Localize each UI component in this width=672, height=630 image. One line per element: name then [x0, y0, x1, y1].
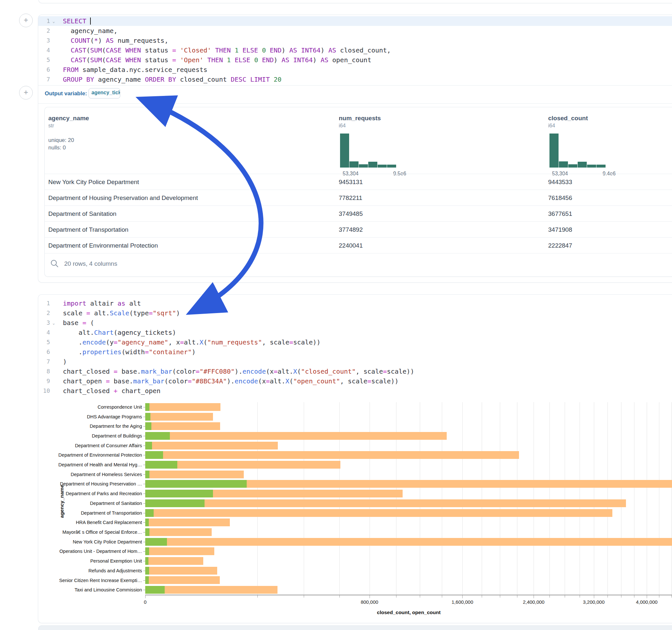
output-variable-pill[interactable]: agency_tickets — [89, 88, 120, 98]
y-axis-label: Correspondence Unit — [98, 405, 142, 410]
line-number: 4 — [38, 328, 57, 337]
fold-chevron-icon: ⌄ — [52, 17, 55, 26]
code-line[interactable]: 4 alt.Chart(agency_tickets) — [38, 328, 672, 337]
code-line[interactable]: 2 scale = alt.Scale(type="sqrt") — [38, 308, 672, 318]
x-tick-label: 1,600,000 — [452, 599, 473, 605]
histogram-bar — [549, 134, 558, 168]
text-cursor — [90, 18, 91, 25]
table-cell: 7618456 — [548, 190, 572, 206]
table-cell: 3471908 — [548, 222, 572, 238]
y-axis-label: Refunds and Adjustments — [89, 568, 142, 573]
column-histogram: 53,304 9.4e6 — [548, 134, 632, 177]
y-tick — [143, 407, 145, 407]
line-number: 3 — [38, 35, 57, 45]
y-axis-label: HRA Benefit Card Replacement — [76, 520, 142, 525]
x-tick-label: 3,200,000 — [583, 599, 605, 605]
histogram-bar — [597, 165, 605, 168]
line-number: 1⌄ — [38, 16, 57, 26]
table-cell: New York City Police Department — [48, 174, 139, 190]
table-cell: 3749485 — [339, 206, 363, 222]
x-tick — [659, 595, 659, 598]
y-tick — [143, 455, 145, 455]
code-line[interactable]: 7 GROUP BY agency_name ORDER BY closed_c… — [38, 75, 672, 84]
histogram-bar — [378, 165, 387, 168]
y-tick — [143, 475, 145, 475]
x-tick — [304, 595, 304, 598]
table-row: Department of Transportation377489234719… — [45, 221, 672, 238]
y-axis-label: Department of Homeless Services — [71, 472, 142, 477]
code-line[interactable]: 7 ) — [38, 357, 672, 366]
y-axis-label: Department of Parks and Recreation — [66, 491, 142, 496]
python-code-editor[interactable]: 1 import altair as alt 2 scale = alt.Sca… — [38, 298, 672, 396]
notebook-canvas: + + 1⌄ SELECT 2 agency_name, 3 COUNT(*) … — [0, 0, 672, 630]
code-line[interactable]: 1⌄ SELECT — [38, 16, 672, 26]
code-line[interactable]: 9 chart_open = base.mark_bar(color="#8BC… — [38, 376, 672, 386]
y-tick — [143, 523, 145, 523]
line-number: 2 — [38, 308, 57, 318]
line-number: 5 — [38, 55, 57, 65]
output-variable-label: Output variable: — [45, 91, 87, 97]
line-number: 4 — [38, 45, 57, 55]
add-cell-button-top[interactable]: + — [19, 14, 33, 27]
y-axis-label: DHS Advantage Programs — [87, 414, 142, 419]
y-tick — [143, 551, 145, 552]
histogram-bar — [587, 165, 596, 168]
code-line[interactable]: 5 CAST(SUM(CASE WHEN status = 'Open' THE… — [38, 55, 672, 65]
code-line[interactable]: 4 CAST(SUM(CASE WHEN status = 'Closed' T… — [38, 45, 672, 55]
search-icon[interactable] — [50, 259, 59, 269]
code-line[interactable]: 2 agency_name, — [38, 26, 672, 35]
line-number: 6 — [38, 347, 57, 357]
x-tick — [517, 595, 518, 598]
column-header[interactable]: agency_name strunique: 20nulls: 0 — [48, 115, 185, 151]
table-cell: Department of Transportation — [48, 222, 128, 238]
table-row: Department of Housing Preservation and D… — [45, 190, 672, 206]
line-number: 7 — [38, 357, 57, 366]
table-cell: 2222847 — [548, 238, 572, 253]
python-cell[interactable]: 1 import altair as alt 2 scale = alt.Sca… — [38, 294, 672, 623]
histogram-bar — [368, 162, 377, 168]
y-tick — [143, 417, 145, 417]
add-cell-button-output[interactable]: + — [19, 86, 33, 99]
code-line[interactable]: 8 chart_closed = base.mark_bar(color="#F… — [38, 366, 672, 376]
sql-code-editor[interactable]: 1⌄ SELECT 2 agency_name, 3 COUNT(*) AS n… — [38, 16, 672, 84]
chart-y-axis: Correspondence Unit DHS Advantage Progra… — [38, 402, 145, 595]
table-row: New York City Police Department945313194… — [45, 174, 672, 190]
x-tick — [549, 595, 550, 598]
y-axis-label: New York City Police Department — [73, 539, 142, 544]
line-number: 3⌄ — [38, 318, 57, 328]
y-axis-label: Taxi and Limousine Commission — [75, 587, 142, 592]
x-tick — [607, 595, 608, 598]
code-line[interactable]: 3⌄ base = ( — [38, 318, 672, 328]
y-tick — [143, 561, 145, 561]
line-number: 8 — [38, 366, 57, 376]
y-tick — [143, 513, 145, 513]
fold-chevron-icon: ⌄ — [52, 318, 55, 328]
x-tick — [420, 595, 420, 598]
histogram-bar — [387, 165, 396, 168]
code-line[interactable]: 10 chart_closed + chart_open — [38, 386, 672, 396]
table-cell: Department of Sanitation — [48, 206, 116, 222]
y-tick — [143, 436, 145, 436]
x-axis-line — [145, 595, 672, 595]
y-axis-label: Department of Health and Mental Hyg… — [58, 462, 142, 467]
line-number: 7 — [38, 75, 57, 84]
next-cell-edge — [38, 626, 672, 630]
code-line[interactable]: 6 .properties(width="container") — [38, 347, 672, 357]
table-row: Department of Environmental Protection22… — [45, 237, 672, 253]
y-axis-label: Personal Exemption Unit — [90, 558, 142, 563]
code-line[interactable]: 6 FROM sample_data.nyc.service_requests — [38, 65, 672, 75]
x-tick — [671, 595, 672, 598]
x-tick — [634, 595, 634, 598]
altair-chart: 0 800,000 1,600,000 2,400,000 3,200,000 … — [38, 402, 672, 616]
y-axis-label: Department for the Aging — [90, 423, 142, 429]
table-cell: 2240041 — [339, 238, 363, 253]
line-number: 5 — [38, 337, 57, 347]
code-line[interactable]: 3 COUNT(*) AS num_requests, — [38, 35, 672, 45]
output-variable-row: Output variable: agency_tickets — [38, 86, 672, 103]
line-number: 2 — [38, 26, 57, 35]
column-header[interactable]: closed_count i64 53,304 9.4e6 — [548, 115, 672, 129]
code-line[interactable]: 5 .encode(y="agency_name", x=alt.X("num_… — [38, 337, 672, 347]
code-line[interactable]: 1 import altair as alt — [38, 298, 672, 308]
column-header[interactable]: num_requests i64 53,304 9.5e6 — [339, 115, 475, 129]
x-tick — [500, 595, 500, 598]
